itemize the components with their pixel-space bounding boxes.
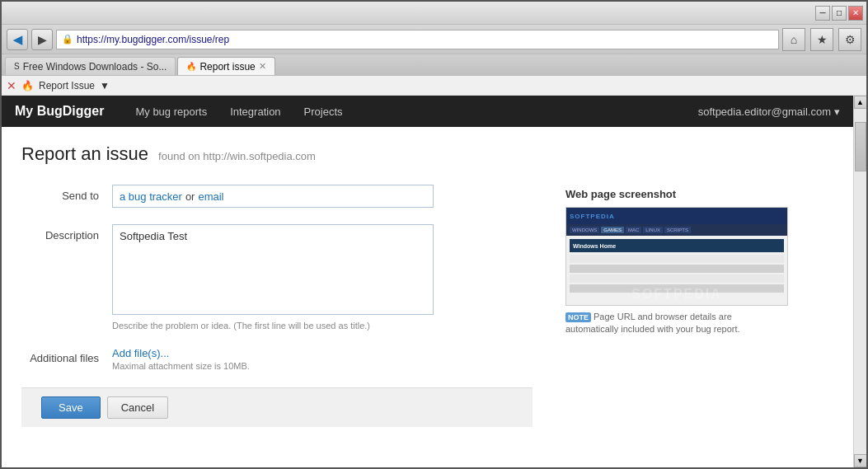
bottom-action-bar: Save Cancel: [21, 387, 533, 427]
file-size-hint: Maximal attachment size is 10MB.: [112, 361, 533, 371]
main-page: Report an issue found on http://win.soft…: [2, 127, 853, 443]
tab-label-report: Report issue: [199, 61, 255, 73]
note-badge: NOTE: [565, 312, 591, 322]
user-menu[interactable]: softpedia.editor@gmail.com ▾: [698, 106, 840, 118]
ss-brand: SOFTPEDIA: [570, 213, 615, 220]
form-left: Send to a bug tracker or email: [21, 185, 533, 427]
note-text: Page URL and browser details are automat…: [565, 312, 740, 334]
address-text: https://my.bugdigger.com/issue/rep: [77, 34, 229, 45]
minimize-button[interactable]: ─: [815, 6, 830, 21]
app-brand: My BugDigger: [15, 104, 104, 119]
ss-row-1: [570, 255, 784, 263]
bug-tracker-link[interactable]: a bug tracker: [120, 190, 182, 203]
tab-close-report[interactable]: ✕: [259, 61, 266, 72]
forward-button[interactable]: ▶: [31, 29, 53, 50]
description-row: Description Softpedia Test Describe the …: [21, 224, 533, 331]
ss-nav-item-3: MAC: [626, 227, 641, 233]
additional-files-row: Additional files Add file(s)... Maximal …: [21, 347, 533, 371]
ss-title-text: Windows Home: [573, 243, 616, 249]
tab-favicon-report: 🔥: [186, 62, 196, 71]
user-dropdown-icon: ▾: [834, 106, 840, 118]
favorites-button[interactable]: ★: [810, 28, 833, 51]
scrollbar-up-button[interactable]: ▲: [854, 96, 867, 109]
screenshot-inner: SOFTPEDIA WINDOWS GAMES MAC LINUX SCRIPT…: [566, 208, 787, 305]
home-button[interactable]: ⌂: [782, 28, 805, 51]
screenshot-watermark: SOFTPEDIA: [631, 287, 722, 302]
ss-row-3: [570, 274, 784, 283]
app-nav: My BugDigger My bug reports Integration …: [2, 96, 853, 127]
page-area: My BugDigger My bug reports Integration …: [2, 96, 866, 467]
ss-nav-item-2: GAMES: [601, 227, 624, 233]
scrollbar-down-button[interactable]: ▼: [854, 454, 867, 467]
description-textarea[interactable]: Softpedia Test: [112, 224, 434, 315]
tab-label-downloads: Free Windows Downloads - So...: [23, 61, 167, 73]
user-email: softpedia.editor@gmail.com: [698, 106, 831, 118]
nav-item-projects[interactable]: Projects: [293, 96, 354, 127]
ss-nav: WINDOWS GAMES MAC LINUX SCRIPTS: [566, 224, 787, 236]
extra-bar-label: Report Issue: [39, 80, 95, 91]
send-to-or-text: or: [185, 190, 195, 203]
send-to-label: Send to: [21, 185, 112, 202]
screenshot-title: Web page screenshot: [565, 188, 833, 200]
back-button[interactable]: ◀: [7, 29, 28, 50]
ss-nav-item-5: SCRIPTS: [664, 227, 691, 233]
screenshot-image: SOFTPEDIA WINDOWS GAMES MAC LINUX SCRIPT…: [565, 207, 788, 306]
description-label: Description: [21, 224, 112, 242]
description-hint: Describe the problem or idea. (The first…: [112, 321, 533, 331]
description-field: Softpedia Test Describe the problem or i…: [112, 224, 533, 331]
ss-content-header: Windows Home: [570, 239, 784, 252]
page-content: My BugDigger My bug reports Integration …: [2, 96, 853, 467]
address-bar[interactable]: 🔒 https://my.bugdigger.com/issue/rep: [56, 30, 779, 49]
window-controls: ─ □ ✕: [815, 6, 863, 21]
extra-bar-favicon: 🔥: [21, 80, 34, 91]
nav-item-my-bug-reports[interactable]: My bug reports: [124, 96, 218, 127]
ss-nav-item-1: WINDOWS: [570, 227, 599, 233]
page-title-row: Report an issue found on http://win.soft…: [21, 143, 833, 165]
form-area: Send to a bug tracker or email: [21, 185, 833, 427]
save-button[interactable]: Save: [41, 396, 101, 419]
ss-nav-item-4: LINUX: [643, 227, 663, 233]
nav-right-controls: ⌂ ★ ⚙: [782, 28, 861, 51]
nav-item-integration[interactable]: Integration: [218, 96, 292, 127]
extra-bar: ✕ 🔥 Report Issue ▼: [2, 76, 866, 96]
settings-button[interactable]: ⚙: [838, 28, 861, 51]
tab-report-issue[interactable]: 🔥 Report issue ✕: [177, 57, 274, 75]
extra-bar-close[interactable]: ✕: [7, 79, 16, 92]
lock-icon: 🔒: [62, 34, 73, 45]
scrollbar-thumb[interactable]: [855, 122, 866, 171]
send-to-row: Send to a bug tracker or email: [21, 185, 533, 208]
add-files-link[interactable]: Add file(s)...: [112, 347, 169, 359]
screenshot-section: Web page screenshot SOFTPEDIA WINDOWS GA…: [565, 188, 833, 336]
maximize-button[interactable]: □: [832, 6, 847, 21]
nav-bar: ◀ ▶ 🔒 https://my.bugdigger.com/issue/rep…: [2, 25, 866, 54]
page-title: Report an issue: [21, 143, 148, 165]
form-right: Web page screenshot SOFTPEDIA WINDOWS GA…: [565, 185, 833, 427]
screenshot-note: NOTEPage URL and browser details are aut…: [565, 311, 780, 336]
tab-downloads[interactable]: S Free Windows Downloads - So...: [5, 57, 176, 75]
close-button[interactable]: ✕: [848, 6, 863, 21]
title-bar: ─ □ ✕: [2, 2, 866, 25]
tabs-bar: S Free Windows Downloads - So... 🔥 Repor…: [2, 54, 866, 76]
send-to-field: a bug tracker or email: [112, 185, 533, 208]
email-link[interactable]: email: [198, 190, 223, 203]
extra-bar-dropdown[interactable]: ▼: [100, 80, 110, 91]
page-subtitle: found on http://win.softpedia.com: [158, 150, 316, 162]
send-to-input[interactable]: a bug tracker or email: [112, 185, 434, 208]
tab-favicon-downloads: S: [14, 62, 20, 71]
browser-window: ─ □ ✕ ◀ ▶ 🔒 https://my.bugdigger.com/iss…: [0, 0, 868, 469]
cancel-button[interactable]: Cancel: [107, 396, 168, 419]
additional-files-field: Add file(s)... Maximal attachment size i…: [112, 347, 533, 371]
ss-header: SOFTPEDIA: [566, 208, 787, 224]
scrollbar-track[interactable]: ▲ ▼: [853, 96, 866, 467]
additional-files-label: Additional files: [21, 347, 112, 364]
ss-row-2: [570, 265, 784, 273]
